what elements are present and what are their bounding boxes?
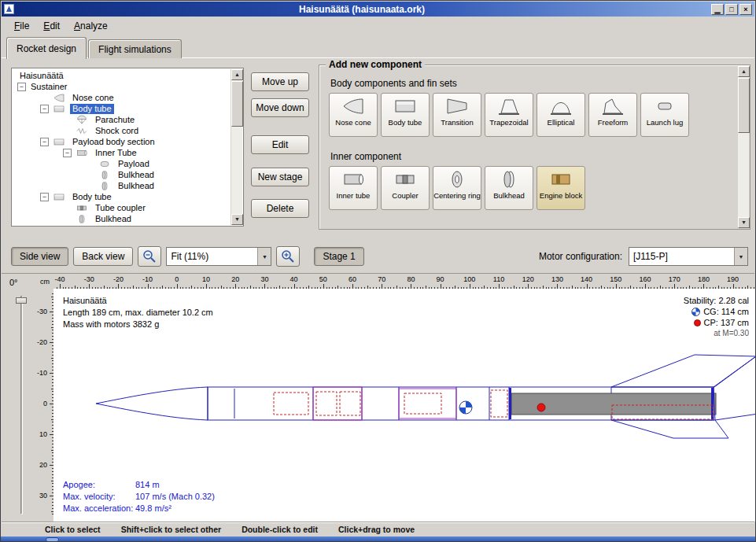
bulkhead-icon (97, 170, 112, 180)
payload-icon (97, 159, 112, 169)
action-button-delete[interactable]: Delete (251, 199, 309, 218)
rotation-slider[interactable] (16, 296, 27, 514)
tree-item-label: Tube coupler (93, 203, 148, 213)
component-button-launch-lug[interactable]: Launch lug (640, 93, 689, 137)
tree-item-haisun-t[interactable]: Haisunäätä (13, 70, 230, 81)
side-view-button[interactable]: Side view (11, 247, 68, 266)
component-button-elliptical[interactable]: Elliptical (537, 93, 585, 137)
action-button-move-down[interactable]: Move down (251, 98, 309, 117)
ruler-number: -20 (37, 338, 47, 346)
menu-file[interactable]: File (8, 18, 35, 34)
max-acceleration-value: 49.8 m/s² (135, 503, 171, 513)
tree-expander-icon[interactable]: − (40, 138, 49, 146)
dropdown-arrow-icon[interactable]: ▼ (257, 248, 271, 265)
zoom-out-button[interactable] (138, 246, 161, 267)
menu-edit[interactable]: Edit (37, 18, 66, 34)
tree-item-payload[interactable]: Payload (13, 158, 230, 169)
rocket-canvas[interactable]: Haisunäätä Length 189 cm, max. diameter … (53, 289, 756, 522)
tree-item-bulkhead[interactable]: Bulkhead (13, 180, 230, 191)
component-button-label: Transition (441, 119, 473, 127)
mach-condition: at M=0.30 (684, 328, 749, 339)
cg-icon (691, 308, 700, 316)
tree-item-bulkhead[interactable]: Bulkhead (13, 213, 230, 224)
add-component-scrollbar[interactable]: ▲ ▼ (737, 66, 749, 228)
tree-item-body-tube[interactable]: −Body tube (13, 191, 230, 202)
tree-expander-icon[interactable]: − (40, 105, 49, 113)
component-button-coupler[interactable]: Coupler (381, 166, 430, 210)
tree-item-inner-tube[interactable]: −Inner Tube (13, 147, 230, 158)
tree-item-parachute[interactable]: Parachute (13, 114, 230, 125)
ruler-number: 180 (698, 275, 710, 283)
component-button-nose-cone[interactable]: Nose cone (329, 93, 378, 137)
ruler-number: 0 (43, 400, 47, 407)
bulkhead-icon (74, 214, 90, 224)
innertube-icon (340, 169, 367, 190)
stage-1-toggle[interactable]: Stage 1 (314, 247, 363, 266)
component-button-label: Launch lug (647, 119, 683, 127)
parachute-outline (274, 393, 308, 415)
tree-item-body-tube[interactable]: −Body tube (13, 103, 230, 114)
component-button-label: Coupler (392, 192, 418, 200)
action-button-move-up[interactable]: Move up (251, 72, 309, 91)
tree-expander-icon[interactable]: − (63, 149, 72, 157)
component-button-engine-block[interactable]: Engine block (537, 166, 585, 210)
scroll-up-icon[interactable]: ▲ (738, 66, 750, 77)
action-button-edit[interactable]: Edit (251, 135, 309, 154)
tree-expander-icon[interactable]: − (40, 193, 49, 201)
scroll-down-icon[interactable]: ▼ (738, 217, 750, 228)
tree-item-payload-body-section[interactable]: −Payload body section (13, 136, 230, 147)
component-button-body-tube[interactable]: Body tube (381, 93, 430, 137)
scroll-thumb[interactable] (231, 81, 243, 127)
component-button-bulkhead[interactable]: Bulkhead (485, 166, 533, 210)
scroll-down-icon[interactable]: ▼ (231, 214, 243, 225)
ruler-number: 150 (610, 275, 621, 283)
payload-section-outline[interactable] (313, 387, 456, 420)
nosecone-icon (340, 96, 367, 116)
status-hint-click-to-select: Click to select (45, 525, 101, 534)
scroll-up-icon[interactable]: ▲ (231, 69, 243, 80)
tab-rocket-design[interactable]: Rocket design (6, 37, 87, 59)
action-button-new-stage[interactable]: New stage (251, 168, 309, 186)
tree-item-nose-cone[interactable]: Nose cone (13, 92, 230, 103)
component-button-trapezoidal[interactable]: Trapezoidal (485, 93, 533, 137)
tab-flight-simulations[interactable]: Flight simulations (88, 39, 182, 58)
scroll-thumb[interactable] (738, 78, 750, 133)
ruler-number: 120 (522, 275, 534, 283)
component-button-transition[interactable]: Transition (433, 93, 481, 137)
back-view-button[interactable]: Back view (73, 247, 133, 266)
title-bar[interactable]: Haisunäätä (haisunaata.ork) ▁ □ × (2, 2, 754, 17)
rotation-slider-handle[interactable] (16, 297, 27, 304)
shockcord-icon (74, 126, 90, 136)
component-button-label: Trapezoidal (489, 119, 528, 127)
maximize-button-icon[interactable]: □ (725, 4, 738, 15)
cp-value: CP: 137 cm (704, 317, 749, 328)
component-button-centering-ring[interactable]: Centering ring (433, 166, 481, 210)
component-button-inner-tube[interactable]: Inner tube (329, 166, 378, 210)
tree-item-sustainer[interactable]: −Sustainer (13, 81, 230, 92)
zoom-in-button[interactable] (276, 246, 300, 267)
minimize-button-icon[interactable]: ▁ (711, 4, 724, 15)
coupler-icon (392, 169, 419, 190)
menu-analyze[interactable]: Analyze (68, 18, 114, 34)
dropdown-arrow-icon[interactable]: ▼ (734, 248, 747, 265)
tree-item-tube-coupler[interactable]: Tube coupler (13, 202, 230, 213)
motor-configuration-select[interactable]: [J115-P] ▼ (629, 247, 748, 266)
tree-scrollbar[interactable]: ▲ ▼ (230, 69, 242, 225)
bodytube-icon (51, 104, 67, 114)
nosecone-icon (51, 93, 67, 103)
vertical-ruler: -30-20-100102030 (33, 289, 53, 522)
close-button-icon[interactable]: × (739, 4, 752, 15)
ruler-number: 10 (202, 275, 210, 283)
tree-item-bulkhead[interactable]: Bulkhead (13, 169, 230, 180)
zoom-level-select[interactable]: Fit (11%) ▼ (166, 247, 271, 266)
component-tree: Haisunäätä−SustainerNose cone−Body tubeP… (13, 70, 230, 225)
ruler-number: 30 (39, 492, 47, 500)
stability-info: Stability: 2.28 cal CG: 114 cm CP: 137 c… (684, 295, 749, 339)
component-button-freeform[interactable]: Freeform (588, 93, 637, 137)
stability-value: Stability: 2.28 cal (684, 295, 749, 306)
tree-item-shock-cord[interactable]: Shock cord (13, 125, 230, 136)
tree-expander-icon[interactable]: − (17, 83, 26, 91)
bulkhead-icon (496, 169, 522, 190)
engineblock-icon (548, 169, 574, 190)
component-button-label: Bulkhead (493, 192, 525, 200)
